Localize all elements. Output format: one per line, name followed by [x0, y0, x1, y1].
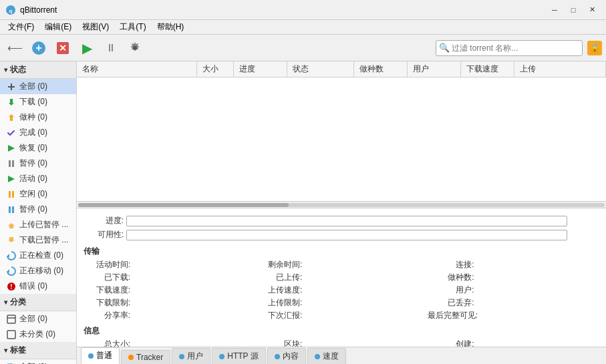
delete-icon: ✕: [55, 41, 70, 55]
svg-rect-13: [9, 191, 11, 198]
transport-item-remaining: 剩余时间:: [255, 259, 427, 270]
sidebar-item-checking[interactable]: 正在检查 (0): [0, 248, 76, 263]
sidebar-seed-label: 做种 (0): [19, 112, 47, 123]
torrent-scrollbar[interactable]: [77, 201, 606, 208]
sidebar-item-idle[interactable]: 空闲 (0): [0, 186, 76, 202]
settings-button[interactable]: [124, 37, 146, 59]
sidebar-item-tag-all[interactable]: 全部 (0): [0, 359, 76, 364]
sidebar-item-dl-paused[interactable]: 下载已暂停 ...: [0, 232, 76, 248]
sidebar-item-active[interactable]: 活动 (0): [0, 171, 76, 186]
sidebar-item-all[interactable]: 全部 (0): [0, 79, 76, 94]
info-totalsize: 总大小:: [84, 339, 255, 347]
tag-section-header[interactable]: ▾ 标签: [0, 342, 76, 359]
tab-speed-icon: [315, 354, 320, 359]
tab-speed-label: 速度: [323, 351, 339, 362]
transport-item-lastcomplete: 最后完整可见:: [428, 310, 599, 321]
status-section-header[interactable]: ▾ 状态: [0, 61, 76, 79]
search-icon: 🔍: [439, 43, 450, 53]
menu-file[interactable]: 文件(F): [3, 20, 39, 34]
transport-item-nextreport: 下次汇报:: [255, 310, 427, 321]
sidebar-item-moving[interactable]: 正在移动 (0): [0, 263, 76, 279]
seednum-label: 做种数:: [428, 272, 474, 283]
transport-item-discarded: 已丢弃:: [428, 297, 599, 309]
delete-button[interactable]: ✕: [52, 37, 73, 59]
sidebar-item-resume[interactable]: 恢复 (0): [0, 140, 76, 156]
tab-http-icon: [219, 354, 224, 359]
status-arrow: ▾: [4, 66, 7, 73]
ratio-label: 分享率:: [84, 310, 130, 321]
tab-tracker[interactable]: Tracker: [121, 350, 170, 364]
detail-availability-row: 可用性:: [77, 228, 606, 242]
tab-content-label: 内容: [283, 351, 299, 362]
start-button[interactable]: ▶: [76, 37, 98, 59]
tab-general-label: 普通: [96, 350, 112, 361]
sidebar-checking-label: 正在检查 (0): [19, 250, 63, 261]
titlebar: q qBittorrent ─ □ ✕: [0, 0, 606, 20]
sidebar-pause-icon: [7, 159, 16, 168]
tab-http-sources[interactable]: HTTP 源: [212, 348, 265, 364]
category-section-header[interactable]: ▾ 分类: [0, 294, 76, 311]
bottom-tabs: 普通 Tracker 用户 HTTP 源 内容 速度: [77, 347, 606, 364]
transport-grid: 活动时间: 剩余时间: 连接: 已下载: 已上传:: [77, 259, 606, 321]
uncat-icon: [7, 330, 16, 339]
activity-label: 活动时间:: [84, 259, 130, 270]
back-button[interactable]: ⟵: [4, 37, 25, 59]
menu-help[interactable]: 帮助(H): [152, 20, 190, 34]
menu-view[interactable]: 视图(V): [77, 20, 114, 34]
transport-section-title: 传输: [77, 242, 606, 259]
sidebar: ▾ 状态 全部 (0) 下载 (0) 做种 (0) 完成 (0): [0, 61, 77, 364]
category-arrow: ▾: [4, 299, 7, 306]
torrent-table-body[interactable]: [77, 77, 606, 201]
svg-rect-14: [12, 191, 14, 198]
tab-content[interactable]: 内容: [267, 348, 306, 364]
pause-button[interactable]: ⏸: [100, 37, 122, 59]
transport-item-uploaded: 已上传:: [255, 272, 427, 283]
scroll-thumb[interactable]: [78, 203, 289, 207]
col-users: 用户: [408, 61, 461, 77]
sidebar-item-paused2[interactable]: 暂停 (0): [0, 202, 76, 217]
scroll-track[interactable]: [78, 203, 605, 207]
detail-area: 进度: 可用性: 传输 活动时间: 剩余时间: 连接:: [77, 208, 606, 347]
sidebar-item-pause[interactable]: 暂停 (0): [0, 156, 76, 171]
svg-rect-23: [7, 331, 15, 339]
menu-edit[interactable]: 编辑(E): [39, 20, 77, 34]
maximize-button[interactable]: □: [565, 4, 582, 16]
transport-item-downloaded: 已下载:: [84, 272, 255, 283]
add-torrent-button[interactable]: +: [28, 37, 49, 59]
sidebar-item-download[interactable]: 下载 (0): [0, 94, 76, 110]
sidebar-tag-all-label: 全部 (0): [19, 361, 47, 364]
torrent-table-area: 名称 大小 进度 状态 做种数 用户 下载速度 上传: [77, 61, 606, 208]
search-input[interactable]: [452, 43, 572, 53]
svg-text:✕: ✕: [59, 43, 67, 53]
app-icon: q: [5, 5, 16, 15]
app-title: qBittorrent: [20, 5, 57, 15]
connect-label: 连接:: [428, 259, 474, 270]
checking-icon: [7, 251, 16, 260]
menubar: 文件(F) 编辑(E) 视图(V) 工具(T) 帮助(H): [0, 20, 606, 35]
sidebar-item-ul-paused[interactable]: 上传已暂停 ...: [0, 217, 76, 232]
detail-progress-row: 进度:: [77, 214, 606, 228]
sidebar-item-seed[interactable]: 做种 (0): [0, 110, 76, 125]
sidebar-item-error[interactable]: ! 错误 (0): [0, 279, 76, 294]
minimize-button[interactable]: ─: [546, 4, 563, 16]
svg-text:!: !: [10, 283, 12, 291]
titlebar-left: q qBittorrent: [5, 5, 57, 15]
lock-icon[interactable]: 🔒: [587, 41, 602, 55]
back-icon: ⟵: [7, 41, 23, 54]
transport-item-ullimit: 上传限制:: [255, 297, 427, 309]
all-icon: [7, 82, 16, 92]
info-pieces: 区块:: [255, 339, 427, 347]
sidebar-uncat-label: 未分类 (0): [19, 329, 55, 340]
resume-icon: [7, 144, 16, 153]
tab-general[interactable]: 普通: [81, 347, 120, 364]
sidebar-item-cat-all[interactable]: 全部 (0): [0, 311, 76, 327]
sidebar-item-uncat[interactable]: 未分类 (0): [0, 327, 76, 342]
tab-peers[interactable]: 用户: [172, 348, 210, 364]
play-icon: ▶: [82, 40, 92, 56]
sidebar-item-complete[interactable]: 完成 (0): [0, 125, 76, 140]
tab-speed[interactable]: 速度: [307, 348, 346, 364]
close-button[interactable]: ✕: [583, 4, 601, 16]
col-progress: 进度: [234, 61, 287, 77]
sidebar-paused2-label: 暂停 (0): [19, 204, 47, 215]
menu-tools[interactable]: 工具(T): [114, 20, 151, 34]
